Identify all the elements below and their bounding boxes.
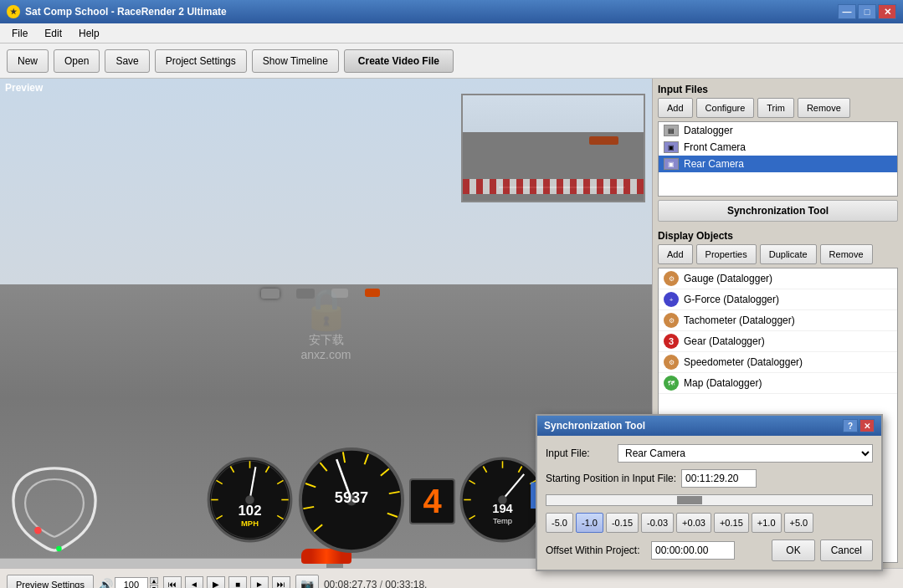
skip-to-start-button[interactable]: ⏮: [163, 576, 182, 589]
svg-text:102: 102: [239, 503, 262, 519]
display-duplicate-button[interactable]: Duplicate: [760, 244, 817, 264]
play-button[interactable]: ▶: [207, 576, 225, 589]
gear-icon: 3: [664, 334, 679, 349]
camera-button[interactable]: 📷: [295, 575, 319, 589]
file-item-datalogger[interactable]: ▤ Datalogger: [659, 122, 897, 139]
open-button[interactable]: Open: [54, 49, 100, 73]
new-button[interactable]: New: [7, 49, 49, 73]
display-item-label-gforce: G-Force (Datalogger): [684, 294, 779, 305]
title-bar: ★ Sat Comp School - RaceRender 2 Ultimat…: [0, 0, 903, 23]
display-item-gforce[interactable]: + G-Force (Datalogger): [659, 289, 897, 310]
cancel-button[interactable]: Cancel: [820, 539, 873, 561]
file-item-front-camera[interactable]: ▣ Front Camera: [659, 139, 897, 156]
dialog-footer: Offset Within Project: OK Cancel: [546, 539, 873, 561]
toolbar: New Open Save Project Settings Show Time…: [0, 43, 903, 79]
svg-text:Temp: Temp: [493, 516, 512, 525]
map-icon: 🗺: [664, 376, 679, 391]
current-time: 00:08:27.73: [324, 579, 377, 589]
input-files-buttons: Add Configure Trim Remove: [658, 98, 898, 118]
save-button[interactable]: Save: [105, 49, 149, 73]
rear-camera-icon: ▣: [664, 158, 679, 170]
front-camera-icon: ▣: [664, 141, 679, 153]
ok-button[interactable]: OK: [772, 539, 814, 561]
create-video-button[interactable]: Create Video File: [344, 49, 454, 73]
input-remove-button[interactable]: Remove: [798, 98, 850, 118]
display-add-button[interactable]: Add: [658, 244, 693, 264]
pip-window: [461, 94, 645, 202]
sync-dialog-help-button[interactable]: ?: [843, 419, 858, 432]
pip-sky: [463, 95, 644, 132]
gforce-icon: +: [664, 292, 679, 307]
volume-spinner[interactable]: 100: [115, 577, 148, 589]
volume-arrows[interactable]: ▲ ▼: [150, 577, 158, 588]
skip-to-end-button[interactable]: ⏭: [272, 576, 290, 589]
offset-btn-plus003[interactable]: +0.03: [676, 513, 711, 533]
display-item-label-speedometer: Speedometer (Datalogger): [684, 356, 803, 368]
display-item-gauge[interactable]: ⚙ Gauge (Datalogger): [659, 268, 897, 289]
menu-bar: File Edit Help: [0, 23, 903, 43]
offset-btn-plus015[interactable]: +0.15: [714, 513, 749, 533]
dialog-scroll-thumb[interactable]: [677, 496, 702, 504]
offset-btn-minus5[interactable]: -5.0: [546, 513, 573, 533]
sync-dialog-close-button[interactable]: ✕: [859, 419, 875, 432]
display-remove-button[interactable]: Remove: [820, 244, 873, 264]
prev-frame-button[interactable]: ◄: [185, 576, 203, 589]
starting-pos-input[interactable]: [681, 469, 757, 488]
offset-btn-minus003[interactable]: -0.03: [641, 513, 674, 533]
offset-input[interactable]: [651, 541, 735, 560]
offset-btn-minus1[interactable]: -1.0: [576, 513, 603, 533]
display-properties-button[interactable]: Properties: [696, 244, 757, 264]
display-item-label-gear: Gear (Datalogger): [684, 335, 765, 347]
display-objects-title: Display Objects: [658, 230, 898, 242]
total-time: 00:33:18.: [385, 579, 427, 589]
sync-dialog-controls: ? ✕: [843, 419, 875, 432]
display-item-speedometer[interactable]: ⚙ Speedometer (Datalogger): [659, 352, 897, 373]
dialog-scrollbar[interactable]: [546, 494, 873, 506]
display-item-label-tachometer: Tachometer (Datalogger): [684, 314, 795, 326]
next-frame-button[interactable]: ►: [250, 576, 269, 589]
file-item-rear-camera[interactable]: ▣ Rear Camera: [659, 156, 897, 172]
car-1: [261, 289, 280, 299]
input-trim-button[interactable]: Trim: [757, 98, 794, 118]
input-add-button[interactable]: Add: [658, 98, 693, 118]
display-item-map[interactable]: 🗺 Map (Datalogger): [659, 373, 897, 394]
sync-tool-button[interactable]: Synchronization Tool: [658, 200, 898, 222]
offset-btn-plus1[interactable]: +1.0: [752, 513, 782, 533]
display-item-gear[interactable]: 3 Gear (Datalogger): [659, 331, 897, 352]
display-item-label-gauge: Gauge (Datalogger): [684, 273, 772, 284]
playback-controls: ⏮ ◄ ▶ ■ ► ⏭: [163, 576, 290, 589]
close-button[interactable]: ✕: [878, 4, 896, 19]
volume-up[interactable]: ▲: [150, 577, 158, 584]
input-files-list: ▤ Datalogger ▣ Front Camera ▣ Rear Camer…: [658, 121, 898, 197]
input-file-select[interactable]: Rear Camera: [618, 444, 873, 463]
gear-value: 4: [423, 483, 441, 520]
car-2: [296, 289, 315, 299]
offset-buttons: -5.0 -1.0 -0.15 -0.03 +0.03 +0.15 +1.0 +…: [546, 513, 873, 533]
input-file-label: Input File:: [546, 447, 613, 459]
menu-help[interactable]: Help: [70, 26, 108, 41]
display-item-tachometer[interactable]: ⚙ Tachometer (Datalogger): [659, 310, 897, 331]
offset-btn-minus015[interactable]: -0.15: [606, 513, 639, 533]
menu-file[interactable]: File: [3, 26, 36, 41]
menu-edit[interactable]: Edit: [36, 26, 70, 41]
display-objects-buttons: Add Properties Duplicate Remove: [658, 244, 898, 264]
display-item-label-map: Map (Datalogger): [684, 377, 762, 389]
maximize-button[interactable]: □: [858, 4, 876, 19]
starting-pos-label: Starting Position in Input File:: [546, 473, 676, 484]
stop-button[interactable]: ■: [228, 576, 247, 589]
minimize-button[interactable]: —: [838, 4, 856, 19]
time-display: 00:08:27.73 / 00:33:18.: [324, 579, 427, 589]
input-configure-button[interactable]: Configure: [696, 98, 755, 118]
app-title: Sat Comp School - RaceRender 2 Ultimate: [25, 6, 227, 18]
car-3: [331, 289, 348, 298]
preview-settings-button[interactable]: Preview Settings: [7, 575, 94, 589]
file-name-datalogger: Datalogger: [684, 125, 733, 136]
car-4: [365, 289, 380, 297]
pip-car: [589, 136, 618, 145]
show-timeline-button[interactable]: Show Timeline: [252, 49, 339, 73]
volume-down[interactable]: ▼: [150, 585, 158, 588]
offset-btn-plus5[interactable]: +5.0: [784, 513, 814, 533]
project-settings-button[interactable]: Project Settings: [155, 49, 247, 73]
starting-pos-row: Starting Position in Input File:: [546, 469, 873, 488]
tachometer-icon: ⚙: [664, 313, 679, 328]
